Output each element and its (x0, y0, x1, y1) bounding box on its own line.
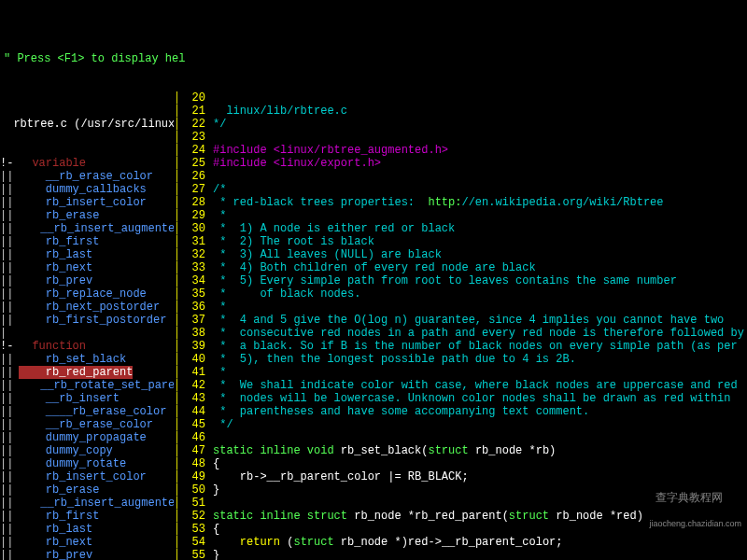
tag-item[interactable]: rb_first_postorder (19, 314, 166, 327)
tag-item[interactable]: __rb_insert (19, 392, 120, 405)
tag-item[interactable]: rb_insert_color (19, 470, 147, 483)
code-line[interactable]: 25#include <linux/export.h> (181, 157, 747, 170)
code-line[interactable]: 27/* (181, 183, 747, 196)
fold-mark[interactable]: !- (0, 157, 19, 170)
line-text[interactable] (207, 131, 747, 144)
tag-item[interactable]: rb_insert_color (19, 196, 147, 209)
line-text[interactable]: * 5) Every simple path from root to leav… (207, 274, 747, 287)
line-number: 28 (181, 196, 207, 209)
line-text[interactable]: * We shall indicate color with case, whe… (207, 379, 747, 392)
code-line[interactable]: 24#include <linux/rbtree_augmented.h> (181, 144, 747, 157)
line-text[interactable]: * a black. So if B is the number of blac… (207, 340, 747, 353)
line-text[interactable]: #include <linux/export.h> (207, 157, 747, 170)
line-text[interactable]: * (207, 366, 747, 379)
tag-category[interactable]: function (19, 340, 86, 353)
tag-item[interactable]: rb_erase (19, 483, 99, 497)
line-text[interactable] (207, 91, 747, 105)
fold-mark[interactable]: !- (0, 340, 19, 353)
tag-item[interactable]: rb_set_black (19, 353, 126, 366)
code-line[interactable]: 31 * 2) The root is black (181, 235, 747, 248)
tag-item[interactable]: rb_erase (19, 209, 99, 222)
code-line[interactable]: 47static inline void rb_set_black(struct… (181, 444, 747, 457)
line-text[interactable]: * consecutive red nodes in a path and ev… (207, 327, 747, 340)
tag-item[interactable]: rb_next (19, 536, 92, 549)
tag-item[interactable]: rb_last (19, 523, 92, 536)
line-text[interactable]: * nodes will be lowercase. Unknown color… (207, 392, 747, 405)
tag-item[interactable]: rb_replace_node (19, 287, 147, 301)
code-line[interactable]: 41 * (181, 366, 747, 379)
code-line[interactable]: 29 * (181, 209, 747, 222)
tag-item[interactable]: rb_next_postorder (19, 301, 160, 314)
line-text[interactable]: } (207, 549, 747, 560)
line-text[interactable]: static inline void rb_set_black(struct r… (207, 444, 747, 457)
tag-item[interactable]: rb_prev (19, 549, 92, 560)
line-text[interactable]: * 4) Both children of every red node are… (207, 261, 747, 274)
tag-item[interactable]: rb_last (19, 248, 92, 261)
code-line[interactable]: 33 * 4) Both children of every red node … (181, 261, 747, 274)
line-text[interactable]: * red-black trees properties: http://en.… (207, 196, 747, 209)
code-line[interactable]: 45 */ (181, 418, 747, 431)
line-text[interactable] (207, 170, 747, 183)
line-text[interactable]: { (207, 457, 747, 470)
code-line[interactable]: 38 * consecutive red nodes in a path and… (181, 327, 747, 340)
code-line[interactable]: 42 * We shall indicate color with case, … (181, 379, 747, 392)
line-text[interactable] (207, 431, 747, 444)
tag-item[interactable]: rb_first (19, 510, 99, 523)
line-text[interactable]: #include <linux/rbtree_augmented.h> (207, 144, 747, 157)
code-line[interactable]: 44 * parentheses and have some accompany… (181, 405, 747, 418)
code-line[interactable]: 22*/ (181, 118, 747, 131)
code-line[interactable]: 21 linux/lib/rbtree.c (181, 105, 747, 118)
line-text[interactable]: * 2) The root is black (207, 235, 747, 248)
tag-item[interactable]: dummy_propagate (19, 431, 147, 444)
tag-item[interactable]: __rb_erase_color (19, 170, 153, 183)
line-text[interactable]: /* (207, 183, 747, 196)
tag-item[interactable]: __rb_insert_augmented (13, 497, 174, 510)
code-line[interactable]: 23 (181, 131, 747, 144)
tag-item[interactable]: dummy_rotate (19, 457, 126, 470)
line-text[interactable]: * parentheses and have some accompanying… (207, 405, 747, 418)
code-line[interactable]: 28 * red-black trees properties: http://… (181, 196, 747, 209)
fold-mark: || (0, 274, 19, 287)
line-text[interactable]: * (207, 209, 747, 222)
line-number: 20 (181, 91, 207, 105)
tag-item[interactable]: __rb_rotate_set_parents (13, 379, 174, 392)
code-line[interactable]: 32 * 3) All leaves (NULL) are black (181, 248, 747, 261)
code-line[interactable]: 43 * nodes will be lowercase. Unknown co… (181, 392, 747, 405)
line-text[interactable]: * (207, 301, 747, 314)
line-text[interactable]: * 4 and 5 give the O(log n) guarantee, s… (207, 314, 747, 327)
code-line[interactable]: 35 * of black nodes. (181, 287, 747, 301)
line-text[interactable]: * of black nodes. (207, 287, 747, 301)
taglist-sidebar[interactable]: rbtree.c (/usr/src/linux-so !- variable|… (0, 91, 174, 560)
fold-mark: || (0, 301, 19, 314)
code-line[interactable]: 48{ (181, 457, 747, 470)
code-line[interactable]: 37 * 4 and 5 give the O(log n) guarantee… (181, 314, 747, 327)
tag-category[interactable]: variable (19, 157, 86, 170)
tag-item[interactable]: rb_prev (19, 274, 92, 287)
code-line[interactable]: 46 (181, 431, 747, 444)
tag-item[interactable]: rb_first (19, 235, 99, 248)
code-line[interactable]: 36 * (181, 301, 747, 314)
tag-item[interactable]: __rb_erase_color (19, 418, 153, 431)
tag-item[interactable]: dummy_copy (19, 444, 113, 457)
line-text[interactable]: * 1) A node is either red or black (207, 222, 747, 235)
code-line[interactable]: 20 (181, 91, 747, 105)
code-line[interactable]: 30 * 1) A node is either red or black (181, 222, 747, 235)
line-number: 21 (181, 105, 207, 118)
code-line[interactable]: 39 * a black. So if B is the number of b… (181, 340, 747, 353)
line-text[interactable]: */ (207, 118, 747, 131)
tag-item-selected[interactable]: rb_red_parent (19, 366, 133, 379)
line-text[interactable]: * 3) All leaves (NULL) are black (207, 248, 747, 261)
tag-item[interactable]: __rb_insert_augmented (13, 222, 174, 235)
code-line[interactable]: 55} (181, 549, 747, 560)
line-text[interactable]: * 5), then the longest possible path due… (207, 353, 747, 366)
line-text[interactable]: linux/lib/rbtree.c (207, 105, 747, 118)
help-hint: " Press <F1> to display hel (0, 52, 747, 65)
code-line[interactable]: 40 * 5), then the longest possible path … (181, 353, 747, 366)
tag-item[interactable]: ____rb_erase_color (19, 405, 166, 418)
code-line[interactable]: 26 (181, 170, 747, 183)
window-separator[interactable]: ││││││││││││││││││││││││││││││││││││││││ (174, 91, 181, 560)
tag-item[interactable]: dummy_callbacks (19, 183, 147, 196)
tag-item[interactable]: rb_next (19, 261, 92, 274)
line-text[interactable]: */ (207, 418, 747, 431)
code-line[interactable]: 34 * 5) Every simple path from root to l… (181, 274, 747, 287)
